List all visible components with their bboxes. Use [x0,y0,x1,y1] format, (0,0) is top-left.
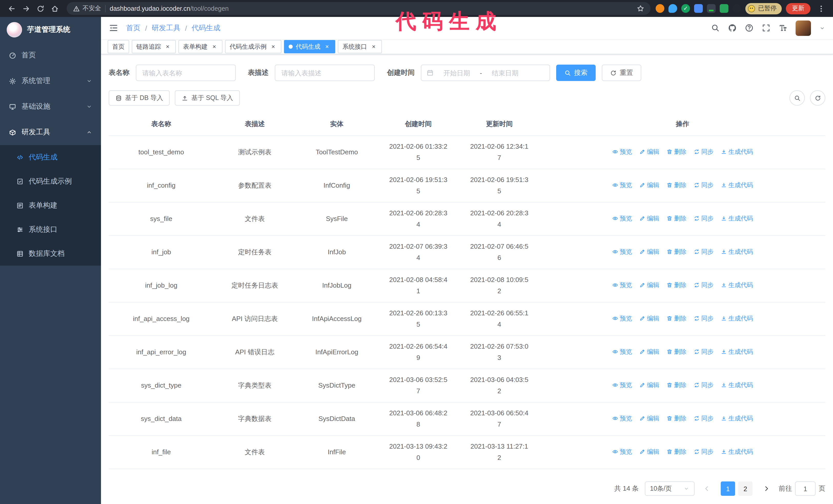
preview-action[interactable]: 预览 [612,346,632,357]
delete-action[interactable]: 删除 [666,446,686,457]
generate-code-action[interactable]: 生成代码 [721,213,753,224]
sidebar-item[interactable]: 首页 [0,43,101,68]
edit-action[interactable]: 编辑 [639,413,659,424]
sync-action[interactable]: 同步 [694,313,714,324]
generate-code-action[interactable]: 生成代码 [721,346,753,357]
delete-action[interactable]: 删除 [666,379,686,391]
preview-action[interactable]: 预览 [612,213,632,224]
edit-action[interactable]: 编辑 [639,280,659,291]
home-button[interactable] [48,2,62,15]
extension-icon-4[interactable] [694,4,703,13]
delete-action[interactable]: 删除 [666,313,686,324]
prev-page-button[interactable] [701,481,713,496]
browser-menu-kebab-icon[interactable] [814,2,828,15]
preview-action[interactable]: 预览 [612,446,632,457]
security-chip[interactable]: 不安全 [73,4,101,13]
sidebar-item[interactable]: 研发工具 [0,119,101,145]
preview-action[interactable]: 预览 [612,246,632,257]
sidebar-subitem[interactable]: 系统接口 [0,217,101,241]
forward-button[interactable] [20,2,33,15]
github-icon[interactable] [728,24,737,32]
reload-button[interactable] [34,2,47,15]
breadcrumb-item[interactable]: 首页 [126,24,140,33]
tab[interactable]: 首页 [108,40,129,54]
generate-code-action[interactable]: 生成代码 [721,246,753,257]
avatar-caret-icon[interactable] [819,25,825,31]
generate-code-action[interactable]: 生成代码 [721,146,753,158]
delete-action[interactable]: 删除 [666,146,686,158]
logo-row[interactable]: 芋道管理系统 [0,17,101,43]
extension-icon-1[interactable] [656,4,664,13]
preview-action[interactable]: 预览 [612,413,632,424]
address-bar[interactable]: 不安全 dashboard.yudao.iocoder.cn/tool/code… [67,2,650,15]
generate-code-action[interactable]: 生成代码 [721,313,753,324]
update-button[interactable]: 更新 [786,3,810,14]
edit-action[interactable]: 编辑 [639,346,659,357]
extension-icon-6[interactable] [720,4,729,13]
sync-action[interactable]: 同步 [694,413,714,424]
header-search-icon[interactable] [711,24,720,32]
page-button[interactable]: 2 [738,481,753,496]
search-button[interactable]: 搜索 [556,65,596,81]
tab[interactable]: 表单构建 [178,40,222,54]
sync-action[interactable]: 同步 [694,146,714,158]
generate-code-action[interactable]: 生成代码 [721,280,753,291]
tab-close-icon[interactable] [370,43,377,50]
edit-action[interactable]: 编辑 [639,246,659,257]
import-db-button[interactable]: 基于 DB 导入 [109,90,170,105]
page-button[interactable]: 1 [721,481,735,496]
edit-action[interactable]: 编辑 [639,213,659,224]
edit-action[interactable]: 编辑 [639,146,659,158]
sync-action[interactable]: 同步 [694,346,714,357]
tab[interactable]: 代码生成示例 [225,40,281,54]
sidebar-item[interactable]: 基础设施 [0,94,101,119]
sync-action[interactable]: 同步 [694,446,714,457]
refresh-table-button[interactable] [810,90,825,105]
back-button[interactable] [5,2,19,15]
end-date-input[interactable] [486,69,525,77]
sidebar-subitem[interactable]: 代码生成 [0,145,101,169]
page-size-select[interactable]: 10条/页 [645,481,695,496]
sync-action[interactable]: 同步 [694,213,714,224]
sync-action[interactable]: 同步 [694,246,714,257]
table-name-input[interactable] [136,65,236,81]
import-sql-button[interactable]: 基于 SQL 导入 [175,90,240,105]
breadcrumb-item[interactable]: 研发工具 [152,24,181,33]
generate-code-action[interactable]: 生成代码 [721,446,753,457]
start-date-input[interactable] [437,69,476,77]
extension-icon-5[interactable] [707,4,716,13]
sidebar-toggle-icon[interactable] [109,23,118,33]
preview-action[interactable]: 预览 [612,313,632,324]
sync-action[interactable]: 同步 [694,179,714,191]
preview-action[interactable]: 预览 [612,280,632,291]
generate-code-action[interactable]: 生成代码 [721,413,753,424]
edit-action[interactable]: 编辑 [639,379,659,391]
user-avatar[interactable] [795,21,811,36]
preview-action[interactable]: 预览 [612,379,632,391]
delete-action[interactable]: 删除 [666,179,686,191]
delete-action[interactable]: 删除 [666,346,686,357]
generate-code-action[interactable]: 生成代码 [721,379,753,391]
delete-action[interactable]: 删除 [666,280,686,291]
generate-code-action[interactable]: 生成代码 [721,179,753,191]
edit-action[interactable]: 编辑 [639,179,659,191]
tab-close-icon[interactable] [164,43,171,50]
sidebar-subitem[interactable]: 表单构建 [0,193,101,217]
extension-icon-3[interactable] [681,4,690,13]
goto-page-input[interactable] [795,481,815,496]
tab-close-icon[interactable] [211,43,218,50]
delete-action[interactable]: 删除 [666,413,686,424]
breadcrumb-item[interactable]: 代码生成 [192,24,220,33]
font-size-icon[interactable] [779,24,787,32]
paused-badge[interactable]: 已暂停 [745,3,782,14]
sync-action[interactable]: 同步 [694,280,714,291]
help-icon[interactable] [745,24,754,32]
preview-action[interactable]: 预览 [612,146,632,158]
bookmark-star-icon[interactable] [637,5,644,12]
sidebar-subitem[interactable]: 数据库文档 [0,241,101,266]
toggle-search-button[interactable] [789,90,805,105]
extension-icon-2[interactable] [668,4,677,13]
tab-close-icon[interactable] [270,43,277,50]
preview-action[interactable]: 预览 [612,179,632,191]
delete-action[interactable]: 删除 [666,213,686,224]
